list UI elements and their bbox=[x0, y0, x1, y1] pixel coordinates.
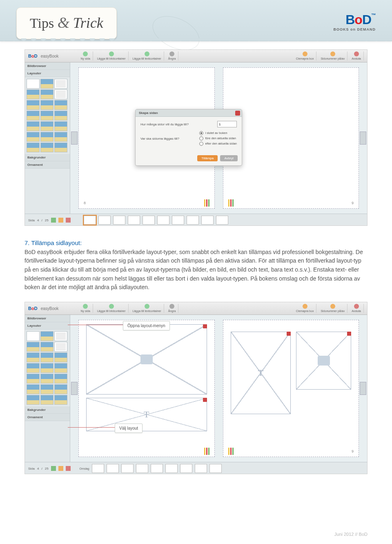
filmstrip-thumb[interactable] bbox=[128, 216, 140, 225]
sb-imagebrowser[interactable]: Bildbrowser bbox=[25, 315, 70, 322]
toolbar-undo[interactable]: Ångra bbox=[166, 304, 179, 313]
filmstrip-thumb[interactable] bbox=[172, 216, 184, 225]
radio-option-end[interactable]: i slutet av boken bbox=[199, 131, 237, 136]
layout-thumb[interactable] bbox=[40, 132, 53, 142]
layout-thumb[interactable] bbox=[54, 331, 67, 341]
right-page[interactable]: 9 bbox=[223, 67, 359, 209]
filmstrip-thumb[interactable] bbox=[143, 216, 155, 225]
sb-imagebrowser[interactable]: Bildbrowser bbox=[25, 62, 70, 70]
text-placeholder[interactable]: T bbox=[231, 332, 291, 414]
layout-thumb[interactable] bbox=[27, 395, 40, 405]
close-icon[interactable] bbox=[347, 332, 351, 336]
layout-thumb[interactable] bbox=[27, 132, 40, 142]
layout-thumb[interactable] bbox=[40, 111, 53, 120]
layout-thumb[interactable] bbox=[27, 384, 40, 394]
layout-thumb[interactable] bbox=[54, 132, 67, 142]
toolbar-add-text[interactable]: Lägga till textcontainer bbox=[130, 51, 164, 60]
image-placeholder[interactable] bbox=[86, 324, 207, 395]
layout-thumb[interactable] bbox=[27, 143, 40, 152]
layout-thumb[interactable] bbox=[40, 384, 53, 394]
filmstrip-thumb[interactable] bbox=[165, 464, 178, 473]
layout-thumb[interactable] bbox=[27, 374, 40, 383]
layout-thumb[interactable] bbox=[54, 111, 67, 120]
prev-page-arrow[interactable] bbox=[71, 132, 78, 145]
layout-thumb[interactable] bbox=[27, 342, 40, 352]
filmstrip-thumb[interactable] bbox=[84, 216, 96, 225]
toolbar-undo[interactable]: Ångra bbox=[166, 51, 179, 60]
filmstrip-thumb[interactable] bbox=[151, 464, 163, 473]
layout-thumb[interactable] bbox=[40, 121, 53, 131]
layout-thumb[interactable] bbox=[27, 89, 40, 99]
layout-thumb[interactable] bbox=[54, 395, 67, 405]
layout-thumb[interactable] bbox=[27, 79, 40, 89]
cancel-button[interactable]: Avbryt bbox=[220, 155, 238, 161]
sb-layouts[interactable]: Layouter bbox=[25, 322, 70, 330]
layout-thumb[interactable] bbox=[27, 331, 40, 341]
toolbar-pagenum[interactable]: Sidonummer på/av bbox=[318, 304, 347, 313]
filmstrip-thumb[interactable] bbox=[209, 464, 222, 473]
next-page-arrow[interactable] bbox=[360, 132, 366, 145]
layout-thumb[interactable] bbox=[54, 89, 67, 99]
filmstrip-thumb[interactable] bbox=[187, 216, 199, 225]
apply-button[interactable]: Tillämpa bbox=[197, 155, 218, 161]
close-icon[interactable] bbox=[203, 398, 207, 402]
layout-thumb[interactable] bbox=[40, 100, 53, 110]
layout-thumb[interactable] bbox=[40, 352, 53, 362]
toolbar-add-text[interactable]: Lägga till textcontainer bbox=[130, 304, 164, 313]
next-page-arrow[interactable] bbox=[360, 382, 366, 395]
page-count-input[interactable] bbox=[217, 121, 237, 127]
layout-thumb[interactable] bbox=[40, 363, 53, 373]
filmstrip-thumb[interactable] bbox=[98, 216, 111, 225]
layout-thumb[interactable] bbox=[27, 100, 40, 110]
layout-thumb[interactable] bbox=[54, 374, 67, 383]
layout-thumb[interactable] bbox=[54, 352, 67, 362]
filmstrip-thumb[interactable] bbox=[180, 464, 192, 473]
radio-option-after[interactable]: efter den aktuella sidan bbox=[199, 141, 237, 147]
close-icon[interactable] bbox=[203, 324, 207, 328]
toolbar-newpage[interactable]: Ny sida bbox=[78, 51, 93, 60]
close-icon[interactable] bbox=[287, 332, 291, 336]
toolbar-newpage[interactable]: Ny sida bbox=[78, 304, 93, 313]
layout-thumb[interactable] bbox=[40, 331, 53, 341]
toolbar-add-image[interactable]: Lägga till bildcontainer bbox=[95, 304, 129, 313]
filmstrip-thumb[interactable] bbox=[216, 216, 228, 225]
filmstrip-thumb[interactable] bbox=[107, 464, 119, 473]
filmstrip-thumb[interactable] bbox=[201, 216, 214, 225]
layout-thumb[interactable] bbox=[54, 100, 67, 110]
layout-thumb[interactable] bbox=[27, 121, 40, 131]
layout-thumb[interactable] bbox=[27, 363, 40, 373]
layout-thumb[interactable] bbox=[54, 363, 67, 373]
layout-thumb[interactable] bbox=[54, 143, 67, 152]
layout-thumb[interactable] bbox=[40, 89, 53, 99]
filmstrip-thumb[interactable] bbox=[113, 216, 125, 225]
toolbar-box[interactable]: Clemapra box bbox=[294, 51, 317, 60]
layout-thumb[interactable] bbox=[54, 121, 67, 131]
toolbar-quit[interactable]: Avsluta bbox=[349, 51, 364, 60]
filmstrip-thumb[interactable] bbox=[195, 464, 207, 473]
layout-thumb[interactable] bbox=[27, 352, 40, 362]
prev-page-arrow[interactable] bbox=[71, 382, 78, 395]
radio-option-before[interactable]: före den aktuella sidan bbox=[199, 136, 237, 141]
toolbar-pagenum[interactable]: Sidonummer på/av bbox=[318, 51, 347, 60]
close-icon[interactable] bbox=[235, 111, 240, 116]
layout-thumb[interactable] bbox=[54, 342, 67, 352]
text-placeholder[interactable]: T bbox=[86, 398, 207, 431]
filmstrip-thumb[interactable] bbox=[92, 464, 104, 473]
sb-layouts[interactable]: Layouter bbox=[25, 70, 70, 77]
layout-thumb[interactable] bbox=[40, 395, 53, 405]
image-placeholder[interactable] bbox=[296, 332, 351, 390]
layout-thumb[interactable] bbox=[40, 374, 53, 383]
filmstrip-thumb[interactable] bbox=[121, 464, 134, 473]
layout-thumb[interactable] bbox=[40, 79, 53, 89]
sb-ornaments[interactable]: Ornament bbox=[25, 161, 70, 169]
toolbar-quit[interactable]: Avsluta bbox=[349, 304, 364, 313]
left-page[interactable]: T bbox=[78, 320, 215, 457]
layout-thumb[interactable] bbox=[27, 111, 40, 120]
sb-backgrounds[interactable]: Bakgrunder bbox=[25, 406, 70, 414]
toolbar-add-image[interactable]: Lägga till bildcontainer bbox=[95, 51, 129, 60]
layout-thumb[interactable] bbox=[40, 342, 53, 352]
layout-thumb[interactable] bbox=[54, 384, 67, 394]
sb-ornaments[interactable]: Ornament bbox=[25, 414, 70, 421]
layout-thumb[interactable] bbox=[40, 143, 53, 152]
layout-thumb[interactable] bbox=[54, 79, 67, 89]
